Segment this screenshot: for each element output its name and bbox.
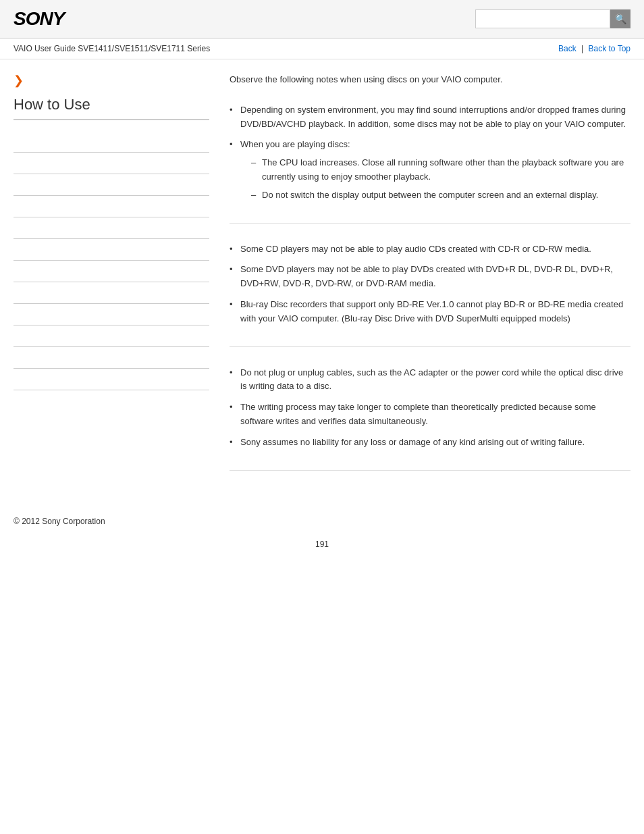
page-number: 191	[0, 533, 644, 563]
search-input[interactable]	[475, 9, 610, 28]
list-item: The writing process may take longer to c…	[230, 400, 630, 429]
list-item	[14, 174, 209, 196]
bullet-text: Do not plug or unplug cables, such as th…	[240, 367, 623, 392]
list-item	[14, 196, 209, 217]
bullet-text: Some DVD players may not be able to play…	[240, 264, 613, 288]
list-item	[14, 131, 209, 153]
content-section-2: Some CD players may not be able to play …	[230, 242, 630, 347]
list-item: When you are playing discs: The CPU load…	[230, 138, 630, 202]
list-item: Depending on system environment, you may…	[230, 103, 630, 132]
list-item	[14, 325, 209, 347]
bullet-text: Sony assumes no liability for any loss o…	[240, 437, 585, 447]
bullet-list-3: Do not plug or unplug cables, such as th…	[230, 366, 630, 450]
nav-bar: VAIO User Guide SVE1411/SVE1511/SVE1711 …	[0, 38, 644, 59]
main-content: ❯ How to Use Observe the following notes…	[0, 59, 644, 503]
nav-separator: |	[581, 44, 583, 53]
sub-list: The CPU load increases. Close all runnin…	[251, 156, 630, 202]
search-area: 🔍	[475, 9, 630, 28]
content-section-1: Depending on system environment, you may…	[230, 103, 630, 224]
content-section-3: Do not plug or unplug cables, such as th…	[230, 366, 630, 471]
sidebar: ❯ How to Use	[14, 73, 223, 490]
list-item	[14, 153, 209, 174]
footer: © 2012 Sony Corporation	[0, 503, 644, 533]
sidebar-link[interactable]	[14, 353, 16, 363]
sidebar-link[interactable]	[14, 137, 16, 147]
back-to-top-link[interactable]: Back to Top	[589, 44, 630, 53]
sidebar-link[interactable]	[14, 245, 16, 255]
list-item: Sony assumes no liability for any loss o…	[230, 436, 630, 450]
nav-title: VAIO User Guide SVE1411/SVE1511/SVE1711 …	[14, 44, 210, 53]
sidebar-link[interactable]	[14, 267, 16, 276]
bullet-list-1: Depending on system environment, you may…	[230, 103, 630, 203]
sub-bullet-text: The CPU load increases. Close all runnin…	[262, 157, 624, 182]
search-button[interactable]: 🔍	[610, 9, 630, 28]
bullet-text: Blu-ray Disc recorders that support only…	[240, 299, 623, 323]
bullet-text: Some CD players may not be able to play …	[240, 244, 591, 254]
list-item: Some CD players may not be able to play …	[230, 242, 630, 257]
bullet-text: Depending on system environment, you may…	[240, 105, 626, 129]
copyright-text: © 2012 Sony Corporation	[14, 517, 105, 526]
back-link[interactable]: Back	[558, 44, 576, 53]
sidebar-link[interactable]	[14, 159, 16, 168]
search-icon: 🔍	[615, 14, 626, 24]
list-item	[14, 347, 209, 369]
section-title: How to Use	[14, 96, 209, 120]
list-item	[14, 261, 209, 282]
sidebar-link[interactable]	[14, 224, 16, 233]
list-item	[14, 217, 209, 239]
sidebar-link[interactable]	[14, 375, 16, 384]
sidebar-link[interactable]	[14, 180, 16, 190]
list-item: Some DVD players may not be able to play…	[230, 263, 630, 291]
sidebar-link[interactable]	[14, 202, 16, 211]
list-item: Blu-ray Disc recorders that support only…	[230, 298, 630, 326]
list-item	[14, 282, 209, 304]
nav-links: Back | Back to Top	[558, 44, 630, 53]
sidebar-link[interactable]	[14, 288, 16, 298]
content-area: Observe the following notes when using d…	[223, 73, 630, 490]
sidebar-link[interactable]	[14, 310, 16, 319]
content-intro: Observe the following notes when using d…	[230, 73, 630, 87]
list-item: The CPU load increases. Close all runnin…	[251, 156, 630, 184]
bullet-text: The writing process may take longer to c…	[240, 402, 596, 426]
header: SONY 🔍	[0, 0, 644, 38]
sidebar-link[interactable]	[14, 332, 16, 341]
list-item	[14, 304, 209, 325]
sub-bullet-text: Do not switch the display output between…	[262, 190, 598, 200]
list-item: Do not plug or unplug cables, such as th…	[230, 366, 630, 394]
bullet-list-2: Some CD players may not be able to play …	[230, 242, 630, 326]
list-item	[14, 369, 209, 390]
sony-logo: SONY	[14, 8, 64, 30]
chevron-icon: ❯	[14, 73, 209, 88]
bullet-text: When you are playing discs:	[240, 139, 350, 149]
sidebar-links	[14, 131, 209, 390]
list-item	[14, 239, 209, 261]
list-item: Do not switch the display output between…	[251, 188, 630, 203]
